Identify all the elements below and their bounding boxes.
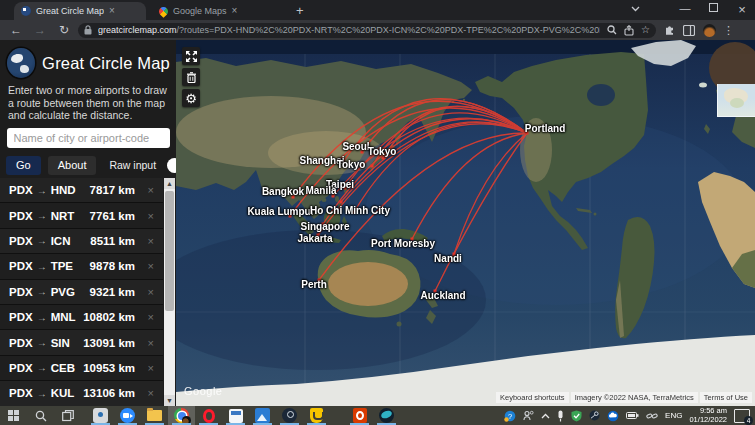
task-view-button[interactable] bbox=[54, 406, 81, 425]
route-from: PDX bbox=[9, 260, 33, 272]
route-distance: 13091 km bbox=[83, 337, 135, 349]
settings-button[interactable]: ⚙ bbox=[182, 89, 200, 107]
link-tray-button[interactable] bbox=[646, 411, 658, 421]
city-label: Port Moresby bbox=[371, 238, 435, 249]
scroll-thumb[interactable] bbox=[165, 191, 174, 311]
route-remove-button[interactable]: × bbox=[148, 184, 154, 196]
sidebar-scrollbar[interactable]: ▲ ▼ bbox=[164, 178, 175, 406]
forward-icon[interactable]: → bbox=[28, 23, 52, 37]
guilded-button[interactable] bbox=[303, 406, 330, 425]
new-tab-button[interactable]: + bbox=[296, 3, 304, 18]
keyboard-shortcuts-link[interactable]: Keyboard shortcuts bbox=[496, 392, 569, 403]
file-explorer-button[interactable] bbox=[141, 406, 168, 425]
route-to: KUL bbox=[51, 387, 75, 399]
go-button[interactable]: Go bbox=[6, 156, 41, 175]
back-icon[interactable]: ← bbox=[4, 23, 28, 37]
google-watermark: Google bbox=[184, 385, 222, 397]
steam-tray-icon bbox=[589, 410, 600, 421]
scroll-up-icon[interactable]: ▲ bbox=[164, 178, 175, 189]
satellite-map bbox=[176, 40, 755, 406]
language-indicator[interactable]: ENG bbox=[665, 411, 682, 420]
overview-inset-map[interactable] bbox=[717, 84, 755, 117]
tab-google-maps[interactable]: Google Maps × bbox=[152, 2, 288, 20]
search-icon[interactable] bbox=[607, 25, 617, 35]
city-label: Auckland bbox=[420, 290, 465, 301]
terms-of-use-link[interactable]: Terms of Use bbox=[700, 392, 752, 403]
route-arrow-icon: → bbox=[37, 185, 47, 196]
route-from: PDX bbox=[9, 286, 33, 298]
great-circle-map-logo bbox=[7, 48, 35, 78]
battery-tray-button[interactable] bbox=[626, 411, 639, 420]
chrome-taskbar-button[interactable] bbox=[168, 406, 195, 425]
taskbar-clock[interactable]: 9:56 am01/12/2022 bbox=[689, 407, 727, 424]
battery-icon bbox=[626, 411, 639, 420]
notification-badge: 4 bbox=[744, 416, 753, 425]
browser-tab-strip: Great Circle Map × Google Maps × + — × bbox=[0, 0, 755, 20]
usb-device-icon bbox=[557, 410, 564, 422]
opera-button[interactable] bbox=[195, 406, 222, 425]
scroll-down-icon[interactable]: ▼ bbox=[164, 395, 175, 406]
map-canvas[interactable]: Portland Seoul Tokyo Shanghai Tokyo Taip… bbox=[176, 40, 755, 406]
gear-icon: ⚙ bbox=[185, 91, 197, 106]
trash-icon bbox=[187, 72, 196, 83]
desktop: Great Circle Map × Google Maps × + — × ←… bbox=[0, 0, 755, 425]
window-minimize-button[interactable]: — bbox=[675, 2, 695, 14]
route-from: PDX bbox=[9, 387, 33, 399]
share-icon[interactable] bbox=[624, 25, 634, 36]
route-remove-button[interactable]: × bbox=[148, 362, 154, 374]
route-remove-button[interactable]: × bbox=[148, 311, 154, 323]
side-panel-icon[interactable] bbox=[683, 25, 695, 36]
onedrive-tray-button[interactable] bbox=[607, 410, 619, 422]
kebab-menu-icon[interactable]: ⋮ bbox=[723, 24, 734, 37]
notification-center-button[interactable]: 4 bbox=[734, 409, 750, 423]
route-row: PDX→ICN8511 km× bbox=[0, 229, 163, 254]
route-row: PDX→MNL10802 km× bbox=[0, 305, 163, 330]
route-to: ICN bbox=[51, 235, 71, 247]
route-remove-button[interactable]: × bbox=[148, 210, 154, 222]
office-app-button[interactable] bbox=[346, 406, 373, 425]
fullscreen-button[interactable] bbox=[182, 47, 200, 65]
route-arrow-icon: → bbox=[37, 362, 47, 373]
edge-dark-app-button[interactable] bbox=[373, 406, 400, 425]
mail-app-button[interactable] bbox=[222, 406, 249, 425]
route-remove-button[interactable]: × bbox=[148, 337, 154, 349]
people-tray-button[interactable] bbox=[523, 410, 534, 421]
route-remove-button[interactable]: × bbox=[148, 387, 154, 399]
profile-avatar[interactable] bbox=[703, 24, 716, 37]
zoom-app-button[interactable] bbox=[114, 406, 141, 425]
route-arrow-icon: → bbox=[37, 286, 47, 297]
pinned-app-button[interactable] bbox=[87, 406, 114, 425]
about-button[interactable]: About bbox=[48, 156, 97, 175]
hidden-icons-chevron[interactable] bbox=[541, 413, 550, 419]
route-remove-button[interactable]: × bbox=[148, 260, 154, 272]
chrome-chevron-icon[interactable] bbox=[625, 2, 645, 14]
reload-icon[interactable]: ↻ bbox=[52, 23, 76, 37]
bookmark-star-icon[interactable]: ☆ bbox=[641, 25, 650, 35]
globe-favicon bbox=[21, 6, 31, 16]
route-remove-button[interactable]: × bbox=[148, 235, 154, 247]
notification-icon: 4 bbox=[734, 409, 750, 423]
steam-button[interactable] bbox=[276, 406, 303, 425]
window-maximize-button[interactable] bbox=[703, 2, 723, 14]
route-from: PDX bbox=[9, 210, 33, 222]
route-remove-button[interactable]: × bbox=[148, 286, 154, 298]
defender-tray-button[interactable] bbox=[571, 410, 582, 422]
usb-device-tray-button[interactable] bbox=[557, 410, 564, 422]
extensions-puzzle-icon[interactable] bbox=[664, 25, 675, 36]
tab-close-icon[interactable]: × bbox=[109, 6, 115, 16]
airport-search-input[interactable] bbox=[7, 128, 170, 148]
help-tray-button[interactable]: ? bbox=[504, 410, 516, 422]
window-close-button[interactable]: × bbox=[732, 2, 752, 17]
taskbar-search-button[interactable] bbox=[27, 406, 54, 425]
route-distance: 10802 km bbox=[83, 311, 135, 323]
delete-routes-button[interactable] bbox=[182, 68, 200, 86]
start-button[interactable] bbox=[0, 406, 27, 425]
city-label: Kuala Lumpur bbox=[247, 206, 314, 217]
chevron-up-icon bbox=[541, 413, 550, 419]
office-app-icon bbox=[353, 408, 367, 423]
address-bar[interactable]: greatcirclemap.com/?routes=PDX-HND%2C%20… bbox=[78, 23, 656, 38]
steam-tray-button[interactable] bbox=[589, 410, 600, 421]
photos-app-button[interactable] bbox=[249, 406, 276, 425]
tab-great-circle-map[interactable]: Great Circle Map × bbox=[14, 2, 146, 20]
tab-close-icon[interactable]: × bbox=[232, 6, 238, 16]
